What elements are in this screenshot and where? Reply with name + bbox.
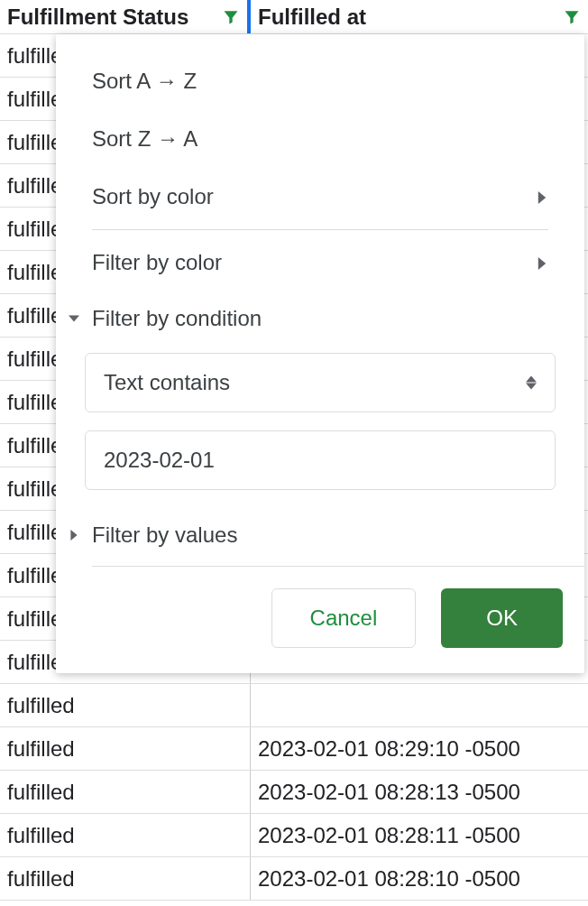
menu-item-label: Sort A → Z (92, 69, 197, 94)
cell-fulfilled-at[interactable]: 2023-02-01 08:28:10 -0500 (251, 857, 588, 900)
column-header-fulfillment-status[interactable]: Fulfillment Status (0, 0, 251, 33)
table-row[interactable]: fulfilled2023-02-01 08:28:11 -0500 (0, 814, 588, 857)
condition-type-value: Text contains (104, 370, 230, 395)
column-header-label: Fulfillment Status (7, 5, 188, 30)
cancel-button[interactable]: Cancel (271, 588, 417, 648)
cell-status[interactable]: fulfilled (0, 771, 251, 813)
menu-item-label: Sort Z → A (92, 126, 198, 152)
condition-value-input[interactable] (85, 430, 556, 490)
cell-status[interactable]: fulfilled (0, 814, 251, 856)
filter-icon[interactable] (222, 8, 240, 26)
condition-type-select[interactable]: Text contains (85, 353, 556, 412)
filter-by-values-toggle[interactable]: Filter by values (56, 508, 584, 562)
cell-fulfilled-at[interactable] (251, 684, 588, 726)
filter-by-condition-toggle[interactable]: Filter by condition (56, 291, 584, 346)
caret-down-icon (65, 313, 83, 324)
cell-fulfilled-at[interactable]: 2023-02-01 08:28:13 -0500 (251, 771, 588, 813)
section-label: Filter by condition (92, 306, 262, 331)
table-row[interactable]: fulfilled2023-02-01 08:28:13 -0500 (0, 771, 588, 814)
cell-fulfilled-at[interactable]: 2023-02-01 08:29:10 -0500 (251, 727, 588, 770)
cell-status[interactable]: fulfilled (0, 727, 251, 770)
ok-button[interactable]: OK (441, 588, 563, 648)
button-row: Cancel OK (56, 567, 584, 673)
select-arrows-icon (526, 375, 537, 390)
divider (92, 229, 548, 230)
filter-dropdown: Sort A → Z Sort Z → A Sort by color Filt… (56, 34, 584, 673)
caret-right-icon (65, 530, 83, 541)
table-row[interactable]: fulfilled2023-02-01 08:29:10 -0500 (0, 727, 588, 771)
menu-item-label: Filter by color (92, 250, 222, 275)
sort-a-z[interactable]: Sort A → Z (56, 52, 584, 110)
header-row: Fulfillment Status Fulfilled at (0, 0, 588, 34)
cell-fulfilled-at[interactable]: 2023-02-01 08:28:11 -0500 (251, 814, 588, 856)
menu-item-label: Sort by color (92, 184, 214, 209)
column-header-label: Fulfilled at (258, 5, 366, 30)
chevron-right-icon (536, 184, 548, 209)
table-row[interactable]: fulfilled (0, 684, 588, 727)
filter-by-color[interactable]: Filter by color (56, 234, 584, 291)
filter-icon[interactable] (563, 8, 581, 26)
cell-status[interactable]: fulfilled (0, 684, 251, 726)
sort-z-a[interactable]: Sort Z → A (56, 110, 584, 168)
table-row[interactable]: fulfilled2023-02-01 08:28:10 -0500 (0, 857, 588, 901)
cell-status[interactable]: fulfilled (0, 857, 251, 900)
section-label: Filter by values (92, 522, 237, 548)
chevron-right-icon (536, 250, 548, 275)
column-header-fulfilled-at[interactable]: Fulfilled at (251, 0, 588, 33)
sort-by-color[interactable]: Sort by color (56, 168, 584, 226)
